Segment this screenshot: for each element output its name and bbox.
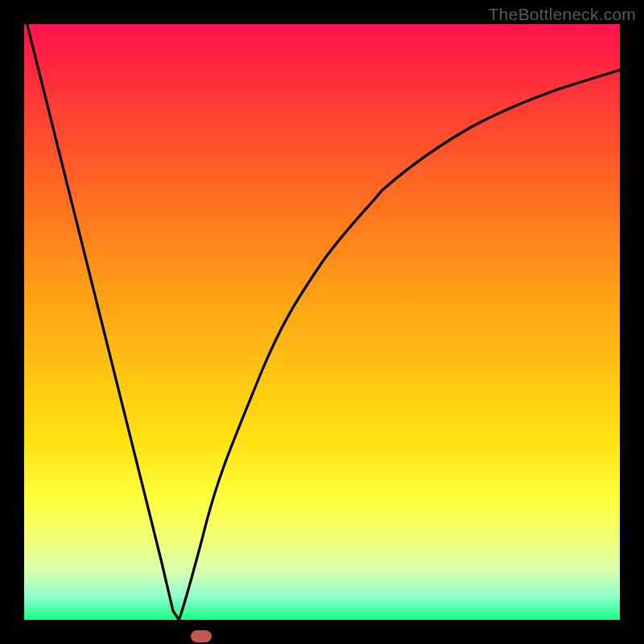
chart-frame: TheBottleneck.com bbox=[0, 0, 644, 644]
curve-svg bbox=[24, 24, 620, 620]
left-branch-line bbox=[24, 24, 179, 620]
plot-area bbox=[24, 24, 620, 620]
right-branch-line bbox=[179, 70, 620, 620]
watermark-text: TheBottleneck.com bbox=[489, 5, 636, 24]
marker-bead bbox=[191, 630, 212, 642]
